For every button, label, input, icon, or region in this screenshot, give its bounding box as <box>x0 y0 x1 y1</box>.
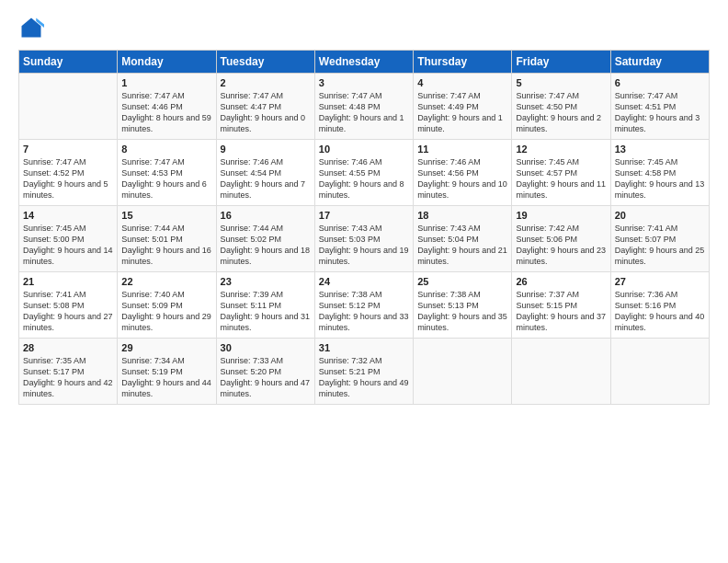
calendar-cell <box>610 339 709 405</box>
day-header-sunday: Sunday <box>19 51 118 74</box>
calendar-cell: 30Sunrise: 7:33 AMSunset: 5:20 PMDayligh… <box>216 339 314 405</box>
cell-info: Sunrise: 7:43 AMSunset: 5:04 PMDaylight:… <box>417 223 507 268</box>
cell-info: Sunrise: 7:39 AMSunset: 5:11 PMDaylight:… <box>221 289 311 334</box>
day-header-wednesday: Wednesday <box>314 51 413 74</box>
cell-info: Sunrise: 7:47 AMSunset: 4:50 PMDaylight:… <box>516 90 606 135</box>
cell-info: Sunrise: 7:47 AMSunset: 4:53 PMDaylight:… <box>121 156 211 201</box>
calendar-cell: 11Sunrise: 7:46 AMSunset: 4:56 PMDayligh… <box>414 140 512 206</box>
calendar-cell: 7Sunrise: 7:47 AMSunset: 4:52 PMDaylight… <box>19 140 118 206</box>
day-number: 4 <box>417 77 507 88</box>
calendar-week-row: 21Sunrise: 7:41 AMSunset: 5:08 PMDayligh… <box>19 272 710 339</box>
calendar-cell: 1Sunrise: 7:47 AMSunset: 4:46 PMDaylight… <box>118 74 216 140</box>
calendar-table: SundayMondayTuesdayWednesdayThursdayFrid… <box>18 50 710 405</box>
calendar-cell: 14Sunrise: 7:45 AMSunset: 5:00 PMDayligh… <box>19 206 118 272</box>
cell-info: Sunrise: 7:46 AMSunset: 4:54 PMDaylight:… <box>221 156 311 201</box>
calendar-cell <box>19 74 118 140</box>
calendar-cell: 28Sunrise: 7:35 AMSunset: 5:17 PMDayligh… <box>19 339 118 405</box>
calendar-header-row: SundayMondayTuesdayWednesdayThursdayFrid… <box>19 51 710 74</box>
cell-info: Sunrise: 7:42 AMSunset: 5:06 PMDaylight:… <box>516 223 606 268</box>
calendar-cell: 25Sunrise: 7:38 AMSunset: 5:13 PMDayligh… <box>414 272 512 339</box>
cell-info: Sunrise: 7:38 AMSunset: 5:12 PMDaylight:… <box>319 289 409 334</box>
cell-info: Sunrise: 7:40 AMSunset: 5:09 PMDaylight:… <box>121 289 211 334</box>
day-number: 17 <box>319 210 409 221</box>
day-header-tuesday: Tuesday <box>216 51 314 74</box>
logo-icon <box>18 15 44 40</box>
calendar-cell: 27Sunrise: 7:36 AMSunset: 5:16 PMDayligh… <box>610 272 709 339</box>
cell-info: Sunrise: 7:45 AMSunset: 5:00 PMDaylight:… <box>23 223 113 268</box>
day-header-thursday: Thursday <box>414 51 512 74</box>
cell-info: Sunrise: 7:47 AMSunset: 4:51 PMDaylight:… <box>615 90 705 135</box>
day-number: 9 <box>221 144 311 155</box>
cell-info: Sunrise: 7:45 AMSunset: 4:57 PMDaylight:… <box>516 156 606 201</box>
day-number: 23 <box>221 276 311 287</box>
day-number: 25 <box>417 276 507 287</box>
calendar-cell: 20Sunrise: 7:41 AMSunset: 5:07 PMDayligh… <box>610 206 709 272</box>
cell-info: Sunrise: 7:46 AMSunset: 4:55 PMDaylight:… <box>319 156 409 201</box>
cell-info: Sunrise: 7:35 AMSunset: 5:17 PMDaylight:… <box>23 355 113 400</box>
day-number: 10 <box>319 144 409 155</box>
day-number: 6 <box>615 77 705 88</box>
calendar-cell: 31Sunrise: 7:32 AMSunset: 5:21 PMDayligh… <box>314 339 413 405</box>
cell-info: Sunrise: 7:37 AMSunset: 5:15 PMDaylight:… <box>516 289 606 334</box>
day-header-monday: Monday <box>118 51 216 74</box>
calendar-cell: 26Sunrise: 7:37 AMSunset: 5:15 PMDayligh… <box>512 272 610 339</box>
day-number: 8 <box>121 144 211 155</box>
calendar-cell <box>512 339 610 405</box>
cell-info: Sunrise: 7:41 AMSunset: 5:07 PMDaylight:… <box>615 223 705 268</box>
day-number: 7 <box>23 144 113 155</box>
day-header-saturday: Saturday <box>610 51 709 74</box>
day-number: 15 <box>121 210 211 221</box>
calendar-week-row: 14Sunrise: 7:45 AMSunset: 5:00 PMDayligh… <box>19 206 710 272</box>
calendar-cell: 13Sunrise: 7:45 AMSunset: 4:58 PMDayligh… <box>610 140 709 206</box>
cell-info: Sunrise: 7:46 AMSunset: 4:56 PMDaylight:… <box>417 156 507 201</box>
day-number: 27 <box>615 276 705 287</box>
cell-info: Sunrise: 7:34 AMSunset: 5:19 PMDaylight:… <box>121 355 211 400</box>
day-number: 21 <box>23 276 113 287</box>
day-header-friday: Friday <box>512 51 610 74</box>
day-number: 3 <box>319 77 409 88</box>
page-header <box>18 15 710 40</box>
calendar-cell: 17Sunrise: 7:43 AMSunset: 5:03 PMDayligh… <box>314 206 413 272</box>
day-number: 29 <box>121 342 211 353</box>
day-number: 19 <box>516 210 606 221</box>
calendar-cell: 18Sunrise: 7:43 AMSunset: 5:04 PMDayligh… <box>414 206 512 272</box>
calendar-cell: 23Sunrise: 7:39 AMSunset: 5:11 PMDayligh… <box>216 272 314 339</box>
calendar-cell: 24Sunrise: 7:38 AMSunset: 5:12 PMDayligh… <box>314 272 413 339</box>
calendar-cell: 2Sunrise: 7:47 AMSunset: 4:47 PMDaylight… <box>216 74 314 140</box>
calendar-cell: 3Sunrise: 7:47 AMSunset: 4:48 PMDaylight… <box>314 74 413 140</box>
day-number: 20 <box>615 210 705 221</box>
calendar-cell: 5Sunrise: 7:47 AMSunset: 4:50 PMDaylight… <box>512 74 610 140</box>
calendar-week-row: 1Sunrise: 7:47 AMSunset: 4:46 PMDaylight… <box>19 74 710 140</box>
day-number: 28 <box>23 342 113 353</box>
cell-info: Sunrise: 7:44 AMSunset: 5:02 PMDaylight:… <box>221 223 311 268</box>
cell-info: Sunrise: 7:41 AMSunset: 5:08 PMDaylight:… <box>23 289 113 334</box>
cell-info: Sunrise: 7:47 AMSunset: 4:48 PMDaylight:… <box>319 90 409 135</box>
calendar-cell: 12Sunrise: 7:45 AMSunset: 4:57 PMDayligh… <box>512 140 610 206</box>
logo <box>18 15 48 40</box>
day-number: 18 <box>417 210 507 221</box>
calendar-cell <box>414 339 512 405</box>
calendar-cell: 9Sunrise: 7:46 AMSunset: 4:54 PMDaylight… <box>216 140 314 206</box>
day-number: 26 <box>516 276 606 287</box>
day-number: 14 <box>23 210 113 221</box>
calendar-cell: 8Sunrise: 7:47 AMSunset: 4:53 PMDaylight… <box>118 140 216 206</box>
day-number: 5 <box>516 77 606 88</box>
day-number: 2 <box>221 77 311 88</box>
cell-info: Sunrise: 7:32 AMSunset: 5:21 PMDaylight:… <box>319 355 409 400</box>
day-number: 30 <box>221 342 311 353</box>
day-number: 22 <box>121 276 211 287</box>
calendar-cell: 22Sunrise: 7:40 AMSunset: 5:09 PMDayligh… <box>118 272 216 339</box>
calendar-cell: 15Sunrise: 7:44 AMSunset: 5:01 PMDayligh… <box>118 206 216 272</box>
day-number: 13 <box>615 144 705 155</box>
cell-info: Sunrise: 7:38 AMSunset: 5:13 PMDaylight:… <box>417 289 507 334</box>
calendar-cell: 21Sunrise: 7:41 AMSunset: 5:08 PMDayligh… <box>19 272 118 339</box>
calendar-week-row: 28Sunrise: 7:35 AMSunset: 5:17 PMDayligh… <box>19 339 710 405</box>
cell-info: Sunrise: 7:44 AMSunset: 5:01 PMDaylight:… <box>121 223 211 268</box>
day-number: 12 <box>516 144 606 155</box>
cell-info: Sunrise: 7:47 AMSunset: 4:47 PMDaylight:… <box>221 90 311 135</box>
day-number: 24 <box>319 276 409 287</box>
calendar-cell: 10Sunrise: 7:46 AMSunset: 4:55 PMDayligh… <box>314 140 413 206</box>
day-number: 16 <box>221 210 311 221</box>
day-number: 31 <box>319 342 409 353</box>
cell-info: Sunrise: 7:47 AMSunset: 4:49 PMDaylight:… <box>417 90 507 135</box>
